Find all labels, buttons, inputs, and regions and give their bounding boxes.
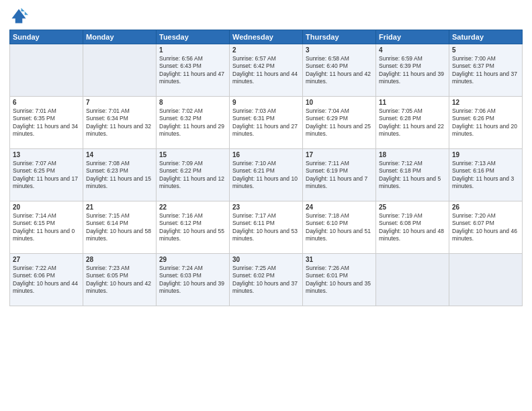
calendar-cell: 8Sunrise: 7:02 AM Sunset: 6:32 PM Daylig… xyxy=(157,97,230,149)
day-detail: Sunrise: 7:11 AM Sunset: 6:19 PM Dayligh… xyxy=(306,160,373,191)
calendar-cell xyxy=(83,44,157,97)
day-number: 10 xyxy=(306,99,373,106)
day-detail: Sunrise: 7:13 AM Sunset: 6:16 PM Dayligh… xyxy=(452,160,519,191)
day-detail: Sunrise: 7:20 AM Sunset: 6:07 PM Dayligh… xyxy=(452,212,519,243)
day-detail: Sunrise: 6:58 AM Sunset: 6:40 PM Dayligh… xyxy=(306,55,373,86)
calendar-cell: 14Sunrise: 7:08 AM Sunset: 6:23 PM Dayli… xyxy=(83,149,157,201)
calendar-cell xyxy=(10,44,83,97)
day-number: 21 xyxy=(86,203,153,211)
day-detail: Sunrise: 7:01 AM Sunset: 6:35 PM Dayligh… xyxy=(13,107,80,138)
calendar-cell: 5Sunrise: 7:00 AM Sunset: 6:37 PM Daylig… xyxy=(449,44,523,97)
day-number: 28 xyxy=(86,256,153,263)
weekday-wednesday: Wednesday xyxy=(230,30,303,44)
calendar-cell: 2Sunrise: 6:57 AM Sunset: 6:42 PM Daylig… xyxy=(230,44,303,97)
day-number: 3 xyxy=(306,46,373,54)
day-detail: Sunrise: 7:16 AM Sunset: 6:12 PM Dayligh… xyxy=(159,212,226,243)
calendar-cell: 30Sunrise: 7:25 AM Sunset: 6:02 PM Dayli… xyxy=(230,254,303,306)
logo-icon xyxy=(9,7,28,26)
day-number: 7 xyxy=(86,99,153,106)
weekday-thursday: Thursday xyxy=(303,30,376,44)
calendar-cell xyxy=(376,254,449,306)
day-detail: Sunrise: 7:04 AM Sunset: 6:29 PM Dayligh… xyxy=(306,107,373,138)
header xyxy=(9,7,523,26)
day-detail: Sunrise: 7:17 AM Sunset: 6:11 PM Dayligh… xyxy=(232,212,300,243)
day-number: 2 xyxy=(232,46,300,54)
calendar-cell: 6Sunrise: 7:01 AM Sunset: 6:35 PM Daylig… xyxy=(10,97,83,149)
page: SundayMondayTuesdayWednesdayThursdayFrid… xyxy=(0,0,532,411)
calendar-cell: 9Sunrise: 7:03 AM Sunset: 6:31 PM Daylig… xyxy=(230,97,303,149)
calendar-cell: 18Sunrise: 7:12 AM Sunset: 6:18 PM Dayli… xyxy=(376,149,449,201)
day-detail: Sunrise: 7:12 AM Sunset: 6:18 PM Dayligh… xyxy=(379,160,446,191)
day-detail: Sunrise: 7:02 AM Sunset: 6:32 PM Dayligh… xyxy=(159,107,226,138)
day-detail: Sunrise: 7:26 AM Sunset: 6:01 PM Dayligh… xyxy=(306,265,373,295)
calendar-cell: 24Sunrise: 7:18 AM Sunset: 6:10 PM Dayli… xyxy=(303,201,376,254)
calendar-cell: 15Sunrise: 7:09 AM Sunset: 6:22 PM Dayli… xyxy=(157,149,230,201)
calendar-cell: 20Sunrise: 7:14 AM Sunset: 6:15 PM Dayli… xyxy=(10,201,83,254)
logo xyxy=(9,7,31,26)
calendar-cell: 29Sunrise: 7:24 AM Sunset: 6:03 PM Dayli… xyxy=(157,254,230,306)
day-detail: Sunrise: 7:25 AM Sunset: 6:02 PM Dayligh… xyxy=(232,265,300,295)
calendar-cell: 31Sunrise: 7:26 AM Sunset: 6:01 PM Dayli… xyxy=(303,254,376,306)
weekday-friday: Friday xyxy=(376,30,449,44)
day-number: 23 xyxy=(232,203,300,211)
calendar-cell: 19Sunrise: 7:13 AM Sunset: 6:16 PM Dayli… xyxy=(449,149,523,201)
calendar-cell: 1Sunrise: 6:56 AM Sunset: 6:43 PM Daylig… xyxy=(157,44,230,97)
day-number: 17 xyxy=(306,151,373,158)
day-number: 29 xyxy=(159,256,226,263)
day-detail: Sunrise: 7:01 AM Sunset: 6:34 PM Dayligh… xyxy=(86,107,153,138)
day-detail: Sunrise: 7:18 AM Sunset: 6:10 PM Dayligh… xyxy=(306,212,373,243)
calendar-table: SundayMondayTuesdayWednesdayThursdayFrid… xyxy=(9,30,523,306)
calendar-cell: 23Sunrise: 7:17 AM Sunset: 6:11 PM Dayli… xyxy=(230,201,303,254)
calendar-cell: 16Sunrise: 7:10 AM Sunset: 6:21 PM Dayli… xyxy=(230,149,303,201)
day-detail: Sunrise: 6:56 AM Sunset: 6:43 PM Dayligh… xyxy=(159,55,226,86)
calendar-cell: 28Sunrise: 7:23 AM Sunset: 6:05 PM Dayli… xyxy=(83,254,157,306)
day-number: 5 xyxy=(452,46,519,54)
weekday-header-row: SundayMondayTuesdayWednesdayThursdayFrid… xyxy=(10,30,523,44)
day-number: 26 xyxy=(452,203,519,211)
day-number: 13 xyxy=(13,151,80,158)
day-number: 1 xyxy=(159,46,226,54)
day-detail: Sunrise: 7:19 AM Sunset: 6:08 PM Dayligh… xyxy=(379,212,446,243)
day-number: 31 xyxy=(306,256,373,263)
calendar-cell: 11Sunrise: 7:05 AM Sunset: 6:28 PM Dayli… xyxy=(376,97,449,149)
calendar-cell: 17Sunrise: 7:11 AM Sunset: 6:19 PM Dayli… xyxy=(303,149,376,201)
day-number: 22 xyxy=(159,203,226,211)
day-number: 14 xyxy=(86,151,153,158)
calendar-cell: 4Sunrise: 6:59 AM Sunset: 6:39 PM Daylig… xyxy=(376,44,449,97)
day-detail: Sunrise: 7:14 AM Sunset: 6:15 PM Dayligh… xyxy=(13,212,80,243)
day-number: 30 xyxy=(232,256,300,263)
week-row-5: 27Sunrise: 7:22 AM Sunset: 6:06 PM Dayli… xyxy=(10,254,523,306)
day-detail: Sunrise: 7:22 AM Sunset: 6:06 PM Dayligh… xyxy=(13,265,80,295)
weekday-tuesday: Tuesday xyxy=(157,30,230,44)
day-detail: Sunrise: 7:23 AM Sunset: 6:05 PM Dayligh… xyxy=(86,265,153,295)
day-number: 19 xyxy=(452,151,519,158)
calendar-cell: 10Sunrise: 7:04 AM Sunset: 6:29 PM Dayli… xyxy=(303,97,376,149)
day-number: 12 xyxy=(452,99,519,106)
day-detail: Sunrise: 7:08 AM Sunset: 6:23 PM Dayligh… xyxy=(86,160,153,191)
weekday-sunday: Sunday xyxy=(10,30,83,44)
calendar-cell: 21Sunrise: 7:15 AM Sunset: 6:14 PM Dayli… xyxy=(83,201,157,254)
calendar-cell xyxy=(449,254,523,306)
calendar-cell: 27Sunrise: 7:22 AM Sunset: 6:06 PM Dayli… xyxy=(10,254,83,306)
day-detail: Sunrise: 7:10 AM Sunset: 6:21 PM Dayligh… xyxy=(232,160,300,191)
day-number: 25 xyxy=(379,203,446,211)
calendar-cell: 26Sunrise: 7:20 AM Sunset: 6:07 PM Dayli… xyxy=(449,201,523,254)
day-detail: Sunrise: 7:03 AM Sunset: 6:31 PM Dayligh… xyxy=(232,107,300,138)
day-number: 18 xyxy=(379,151,446,158)
day-detail: Sunrise: 6:59 AM Sunset: 6:39 PM Dayligh… xyxy=(379,55,446,86)
day-detail: Sunrise: 7:06 AM Sunset: 6:26 PM Dayligh… xyxy=(452,107,519,138)
day-number: 27 xyxy=(13,256,80,263)
day-detail: Sunrise: 7:15 AM Sunset: 6:14 PM Dayligh… xyxy=(86,212,153,243)
day-number: 4 xyxy=(379,46,446,54)
week-row-2: 6Sunrise: 7:01 AM Sunset: 6:35 PM Daylig… xyxy=(10,97,523,149)
day-detail: Sunrise: 7:05 AM Sunset: 6:28 PM Dayligh… xyxy=(379,107,446,138)
week-row-3: 13Sunrise: 7:07 AM Sunset: 6:25 PM Dayli… xyxy=(10,149,523,201)
calendar-cell: 25Sunrise: 7:19 AM Sunset: 6:08 PM Dayli… xyxy=(376,201,449,254)
day-number: 20 xyxy=(13,203,80,211)
day-number: 8 xyxy=(159,99,226,106)
day-detail: Sunrise: 7:24 AM Sunset: 6:03 PM Dayligh… xyxy=(159,265,226,295)
day-number: 15 xyxy=(159,151,226,158)
day-detail: Sunrise: 7:09 AM Sunset: 6:22 PM Dayligh… xyxy=(159,160,226,191)
day-number: 9 xyxy=(232,99,300,106)
day-number: 24 xyxy=(306,203,373,211)
